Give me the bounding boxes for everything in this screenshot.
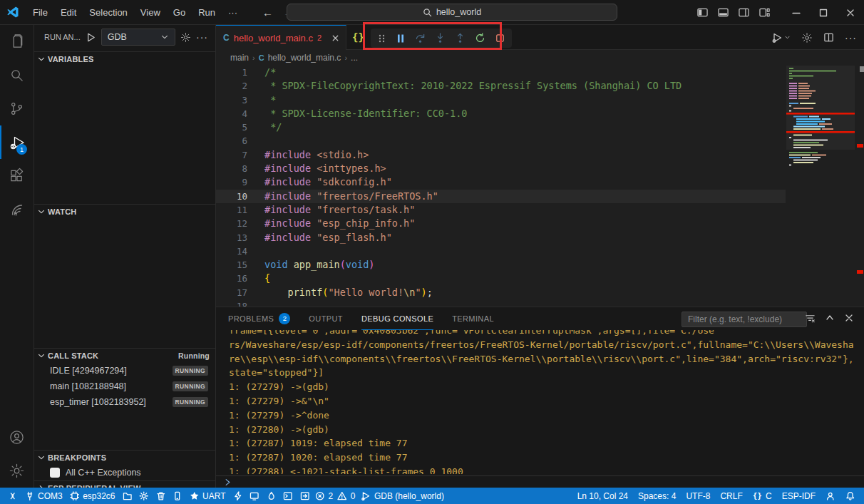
menu-item-file[interactable]: File [26,4,54,21]
settings-gear-icon[interactable] [0,454,34,488]
status-item-trash[interactable] [153,488,170,504]
variables-header[interactable]: VARIABLES [34,52,215,66]
code-line-4[interactable]: 4 * SPDX-License-Identifier: CC0-1.0 [216,107,786,120]
console-filter-input[interactable] [682,312,806,326]
tab-problems[interactable]: PROBLEMS 2 [228,308,290,330]
braces-icon[interactable]: {} [352,31,364,43]
status-item-spaces-4[interactable]: Spaces: 4 [633,488,681,504]
breakpoint-item[interactable]: All C++ Exceptions [34,465,215,480]
tab-debug-console[interactable]: DEBUG CONSOLE [361,308,433,330]
debug-settings-gear-icon[interactable] [180,32,191,43]
status-item-crlf[interactable]: CRLF [715,488,747,504]
code-line-18[interactable]: 18 [216,299,786,307]
status-item-ln-10-col-24[interactable]: Ln 10, Col 24 [572,488,633,504]
breadcrumb-folder[interactable]: main [230,53,249,63]
status-item-gear[interactable] [135,488,153,504]
menu-item-view[interactable]: View [134,4,167,21]
step-into-button[interactable] [435,33,446,43]
back-button[interactable]: ← [262,6,273,19]
source-control-icon[interactable] [0,92,34,125]
status-item-braces[interactable]: {}C [748,488,777,504]
toggle-secondary-sidebar-icon[interactable] [739,7,749,18]
code-line-5[interactable]: 5 */ [216,120,786,134]
minimize-button[interactable] [783,0,810,25]
status-item-person[interactable] [821,488,840,504]
status-item-utf-8[interactable]: UTF-8 [681,488,715,504]
clear-console-icon[interactable] [805,313,816,324]
step-over-button[interactable] [415,33,426,43]
debug-console-output[interactable]: frame=[{level="0",addr="0x40803b62",func… [229,330,854,474]
code-line-8[interactable]: 8#include <inttypes.h> [216,162,786,175]
breakpoint-checkbox[interactable] [50,468,60,478]
minimap[interactable] [786,66,855,217]
sidebar-more-actions[interactable]: ··· [196,31,208,43]
espressif-idf-icon[interactable] [0,192,34,226]
debug-toolbar-drag-handle[interactable] [377,34,386,43]
status-item-lightning[interactable] [230,488,247,504]
menu-item-selection[interactable]: Selection [83,4,133,21]
run-and-debug-icon[interactable]: 1 [0,125,34,159]
status-item-debug[interactable]: GDB (hello_world) [357,488,448,504]
call-stack-thread[interactable]: IDLE [4294967294]RUNNING [34,363,215,379]
status-item-export[interactable] [297,488,314,504]
start-debug-icon[interactable] [86,32,96,43]
pause-button[interactable] [396,34,406,43]
console-filter[interactable] [682,312,807,327]
code-line-15[interactable]: 15void app_main(void) [216,258,786,272]
status-item-chip[interactable]: esp32c6 [66,488,119,504]
maximize-panel-icon[interactable] [825,313,835,324]
menu-item-[interactable]: ··· [222,4,244,21]
code-line-10[interactable]: 10#include "freertos/FreeRTOS.h" [216,190,786,203]
debug-console-input[interactable] [216,475,864,488]
code-editor[interactable]: 1/*2 * SPDX-FileCopyrightText: 2010-2022… [216,66,786,307]
code-line-3[interactable]: 3 * [216,93,786,107]
debug-config-select[interactable]: GDB [101,29,175,46]
code-line-14[interactable]: 14 [216,245,786,258]
status-item-flame[interactable] [263,488,280,504]
call-stack-header[interactable]: CALL STACK Running [34,349,215,363]
stop-button[interactable] [495,33,505,43]
status-item-monitor[interactable] [246,488,263,504]
tab-terminal[interactable]: TERMINAL [452,308,494,330]
menu-item-go[interactable]: Go [167,4,192,21]
code-line-16[interactable]: 16{ [216,272,786,285]
call-stack-thread[interactable]: main [1082188948]RUNNING [34,379,215,394]
search-sidebar-icon[interactable] [0,58,34,92]
toggle-sidebar-icon[interactable] [697,7,708,18]
status-item-plug[interactable]: COM3 [21,488,66,504]
status-item-bell[interactable] [840,488,860,504]
code-line-13[interactable]: 13#include "esp_flash.h" [216,231,786,245]
account-icon[interactable] [0,421,34,454]
explorer-icon[interactable] [0,25,34,58]
status-item-error[interactable]: 2 [313,488,335,504]
breadcrumb-symbol[interactable]: ... [351,53,358,63]
customize-layout-icon[interactable] [759,7,770,18]
code-line-7[interactable]: 7#include <stdio.h> [216,148,786,162]
code-line-12[interactable]: 12#include "esp_chip_info.h" [216,217,786,230]
code-line-11[interactable]: 11#include "freertos/task.h" [216,203,786,217]
status-item-terminal[interactable] [279,488,297,504]
status-item-folder[interactable] [119,488,136,504]
watch-header[interactable]: WATCH [34,205,215,219]
code-line-9[interactable]: 9#include "sdkconfig.h" [216,175,786,189]
extensions-icon[interactable] [0,159,34,192]
code-line-2[interactable]: 2 * SPDX-FileCopyrightText: 2010-2022 Es… [216,79,786,93]
step-out-button[interactable] [455,33,466,43]
tab-output[interactable]: OUTPUT [309,308,343,330]
editor-more-actions[interactable]: ··· [845,32,857,43]
maximize-button[interactable] [810,0,837,25]
menu-item-run[interactable]: Run [192,4,222,21]
breakpoints-header[interactable]: BREAKPOINTS [34,451,215,465]
code-line-17[interactable]: 17 printf("Hello world!\n"); [216,286,786,299]
tab-hello-world-main[interactable]: C hello_world_main.c 2 [216,25,346,50]
call-stack-thread[interactable]: esp_timer [1082183952]RUNNING [34,394,215,410]
status-item-esp-idf[interactable]: ESP-IDF [777,488,821,504]
editor-gear-icon[interactable] [801,32,813,43]
restart-button[interactable] [475,33,485,43]
status-item-warning[interactable]: 0 [335,488,357,504]
close-panel-icon[interactable] [844,313,854,324]
menu-item-edit[interactable]: Edit [54,4,83,21]
run-or-debug-button[interactable] [771,32,791,43]
tab-close-icon[interactable] [331,34,340,43]
code-line-6[interactable]: 6 [216,134,786,148]
